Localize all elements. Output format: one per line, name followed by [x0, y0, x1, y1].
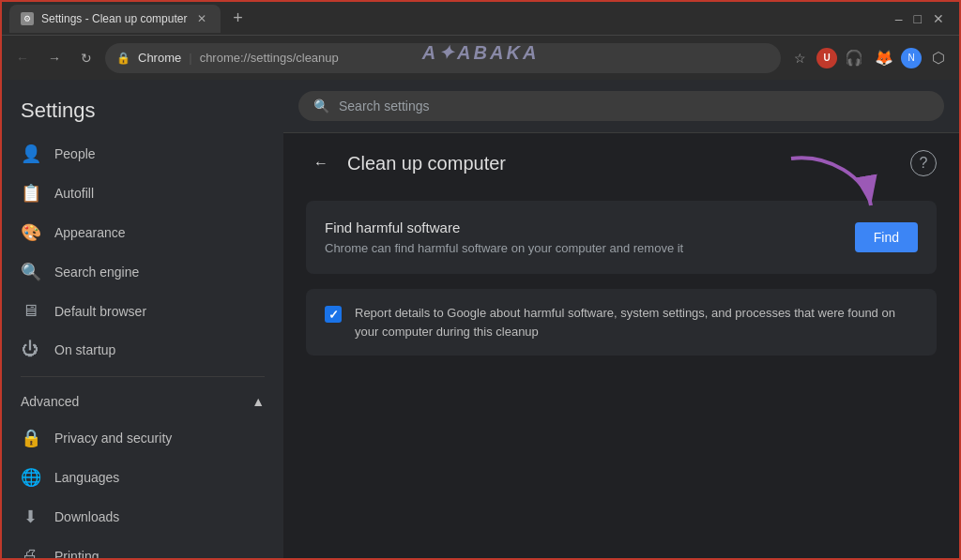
people-icon: 👤: [21, 144, 39, 164]
autofill-icon: 📋: [21, 183, 39, 204]
search-icon: 🔍: [313, 98, 329, 114]
navbar: ← → ↻ 🔒 Chrome | chrome://settings/clean…: [2, 35, 959, 80]
report-checkbox[interactable]: ✓: [325, 306, 342, 323]
report-text: Report details to Google about harmful s…: [355, 304, 918, 341]
sidebar-item-printing[interactable]: 🖨 Printing: [2, 537, 283, 560]
titlebar: ⚙ Settings - Clean up computer ✕ + – □ ✕: [2, 2, 959, 35]
maximize-button[interactable]: □: [914, 11, 922, 26]
sidebar-item-privacy-label: Privacy and security: [54, 431, 172, 446]
settings-title: Settings: [2, 80, 283, 134]
nav-icons: ☆ U 🎧 🦊 N ⬡: [786, 45, 952, 71]
downloads-icon: ⬇: [21, 507, 39, 527]
tab-close-button[interactable]: ✕: [194, 11, 209, 26]
content-area: 🔍 ← Clean up computer ?: [283, 80, 959, 560]
forward-nav-button[interactable]: →: [41, 45, 68, 71]
ext-icon-1[interactable]: U: [816, 48, 837, 68]
new-tab-button[interactable]: +: [224, 6, 251, 32]
address-separator: |: [189, 51, 191, 65]
sidebar-item-printing-label: Printing: [54, 549, 99, 561]
lock-icon: 🔒: [116, 52, 130, 65]
sidebar-item-search-engine-label: Search engine: [54, 265, 139, 280]
default-browser-icon: 🖥: [21, 301, 39, 321]
advanced-section[interactable]: Advanced ▲: [2, 385, 283, 418]
on-startup-icon: ⏻: [21, 340, 39, 359]
bookmark-button[interactable]: ☆: [786, 45, 813, 71]
printing-icon: 🖨: [21, 546, 39, 560]
back-nav-button[interactable]: ←: [9, 45, 36, 71]
advanced-label: Advanced: [21, 394, 79, 409]
search-engine-icon: 🔍: [21, 262, 39, 282]
sidebar-item-privacy[interactable]: 🔒 Privacy and security: [2, 418, 283, 458]
sidebar-item-autofill[interactable]: 📋 Autofill: [2, 174, 283, 213]
sidebar-item-on-startup-label: On startup: [54, 342, 115, 357]
find-text-area: Find harmful software Chrome can find ha…: [325, 219, 836, 255]
tab-favicon: ⚙: [21, 12, 34, 25]
sidebar-item-people-label: People: [54, 146, 96, 161]
sidebar-item-downloads[interactable]: ⬇ Downloads: [2, 497, 283, 537]
find-harmful-desc: Chrome can find harmful software on your…: [325, 241, 836, 255]
languages-icon: 🌐: [21, 467, 39, 488]
address-path: chrome://settings/cleanup: [200, 51, 339, 65]
page-header-left: ← Clean up computer: [306, 148, 506, 178]
window-controls: – □ ✕: [895, 11, 952, 26]
checkmark-icon: ✓: [328, 308, 339, 322]
sidebar: Settings 👤 People 📋 Autofill 🎨 Appearanc…: [2, 80, 283, 560]
address-bar[interactable]: 🔒 Chrome | chrome://settings/cleanup: [105, 43, 781, 73]
sidebar-item-appearance[interactable]: 🎨 Appearance: [2, 213, 283, 252]
sidebar-item-default-browser-label: Default browser: [54, 304, 146, 319]
reload-button[interactable]: ↻: [73, 45, 99, 71]
sidebar-item-on-startup[interactable]: ⏻ On startup: [2, 330, 283, 369]
sidebar-item-people[interactable]: 👤 People: [2, 134, 283, 174]
search-input-wrap[interactable]: 🔍: [298, 91, 944, 121]
ext-icon-2[interactable]: 🎧: [841, 45, 867, 71]
find-row: Find harmful software Chrome can find ha…: [325, 219, 918, 255]
active-tab[interactable]: ⚙ Settings - Clean up computer ✕: [9, 5, 221, 33]
sidebar-item-languages-label: Languages: [54, 470, 119, 485]
page-title: Clean up computer: [347, 153, 506, 174]
sidebar-divider: [21, 376, 265, 377]
report-section: ✓ Report details to Google about harmful…: [306, 289, 937, 356]
back-button[interactable]: ←: [306, 148, 336, 178]
sidebar-item-appearance-label: Appearance: [54, 225, 126, 240]
ext-icon-3[interactable]: 🦊: [871, 45, 897, 71]
page-header: ← Clean up computer ?: [306, 148, 937, 178]
privacy-icon: 🔒: [21, 428, 39, 448]
sidebar-item-search-engine[interactable]: 🔍 Search engine: [2, 252, 283, 292]
ext-icon-5[interactable]: ⬡: [925, 45, 952, 71]
page-content: ← Clean up computer ?: [283, 133, 959, 371]
search-bar: 🔍: [283, 80, 959, 133]
appearance-icon: 🎨: [21, 222, 39, 243]
sidebar-item-languages[interactable]: 🌐 Languages: [2, 458, 283, 497]
sidebar-item-autofill-label: Autofill: [54, 186, 94, 201]
find-harmful-title: Find harmful software: [325, 219, 836, 235]
sidebar-item-default-browser[interactable]: 🖥 Default browser: [2, 292, 283, 330]
find-section: Find harmful software Chrome can find ha…: [306, 201, 937, 274]
search-input[interactable]: [339, 98, 929, 114]
find-button[interactable]: Find: [855, 222, 918, 252]
main-layout: Settings 👤 People 📋 Autofill 🎨 Appearanc…: [2, 80, 959, 560]
site-name: Chrome: [138, 51, 181, 65]
tab-title: Settings - Clean up computer: [41, 12, 187, 25]
sidebar-item-downloads-label: Downloads: [54, 509, 119, 524]
minimize-button[interactable]: –: [895, 11, 903, 26]
help-icon[interactable]: ?: [910, 150, 937, 176]
ext-icon-4[interactable]: N: [901, 48, 922, 68]
advanced-chevron-icon: ▲: [252, 394, 265, 409]
close-window-button[interactable]: ✕: [933, 11, 944, 26]
